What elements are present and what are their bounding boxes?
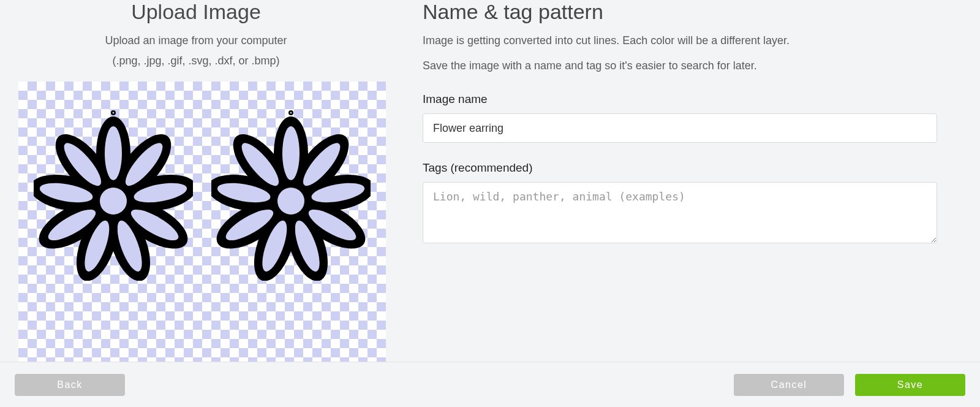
svg-point-23 <box>100 188 127 215</box>
upload-title: Upload Image <box>18 0 374 24</box>
back-button[interactable]: Back <box>15 374 125 396</box>
upload-panel: Upload Image Upload an image from your c… <box>0 0 392 362</box>
name-tag-panel: Name & tag pattern Image is getting conv… <box>392 0 980 362</box>
tags-input[interactable] <box>423 182 937 243</box>
name-tag-sub1: Image is getting converted into cut line… <box>423 32 937 49</box>
image-name-input[interactable] <box>423 113 937 143</box>
svg-point-29 <box>282 126 300 180</box>
name-tag-sub2: Save the image with a name and tag so it… <box>423 58 937 74</box>
image-name-label: Image name <box>423 93 937 106</box>
image-preview <box>18 82 386 362</box>
svg-point-47 <box>277 188 304 215</box>
upload-subtitle-2: (.png, .jpg, .gif, .svg, .dxf, or .bmp) <box>18 53 374 69</box>
name-tag-title: Name & tag pattern <box>423 0 937 24</box>
svg-point-5 <box>105 126 122 180</box>
svg-point-25 <box>290 112 292 114</box>
cancel-button[interactable]: Cancel <box>734 374 844 396</box>
upload-subtitle-1: Upload an image from your computer <box>18 32 374 49</box>
svg-point-1 <box>113 112 115 114</box>
tags-label: Tags (recommended) <box>423 161 937 175</box>
earring-left-icon <box>34 109 193 281</box>
earring-right-icon <box>211 109 371 281</box>
footer-bar: Back Cancel Save <box>0 362 980 407</box>
save-button[interactable]: Save <box>855 374 965 396</box>
